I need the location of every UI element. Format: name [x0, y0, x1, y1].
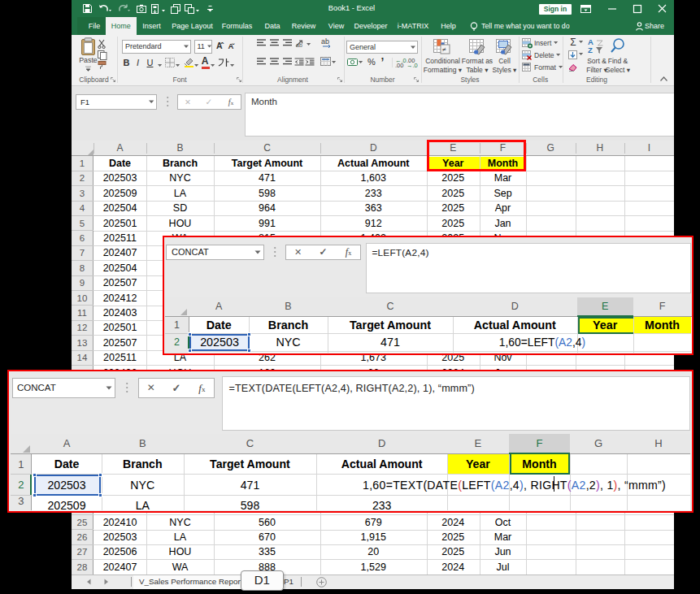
svg-text:≠: ≠	[442, 46, 446, 54]
svg-text:ab: ab	[296, 42, 302, 48]
svg-text:.00: .00	[395, 62, 403, 69]
svg-text:Z: Z	[588, 46, 593, 54]
svg-text:ab: ab	[321, 37, 329, 46]
